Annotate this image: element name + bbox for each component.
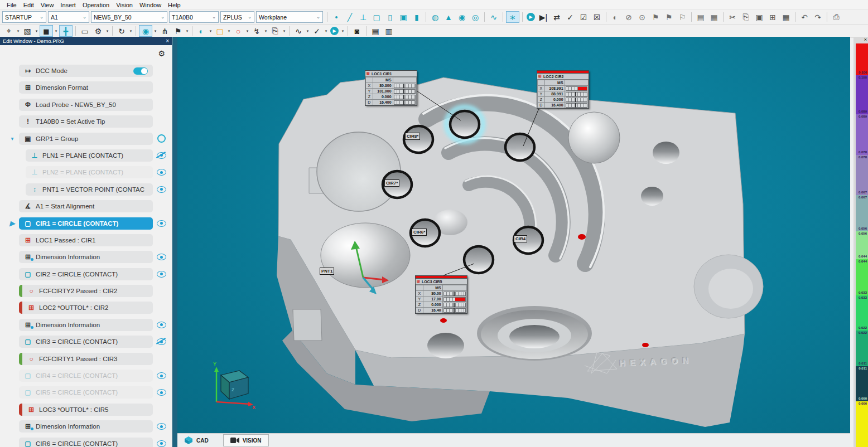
feature-tag-cir6[interactable]: CIR6* <box>412 229 427 236</box>
command-fcfcirty2[interactable]: ○ FCFCIRTY2 Passed : CIR2 <box>19 285 153 297</box>
feature-tag-cir7[interactable]: CIR7* <box>384 179 399 187</box>
feature-tag-cir8[interactable]: CIR8* <box>405 133 420 140</box>
command-cir4[interactable]: ▢ CIR4 = CIRCLE (CONTACT) <box>19 370 153 382</box>
command-start-alignment[interactable]: ∡ A1 = Start Alignment <box>19 200 153 212</box>
dropdown-caret-icon[interactable]: ▾ <box>153 29 158 33</box>
document-cancel-icon[interactable]: ☒ <box>591 12 603 23</box>
camera-icon[interactable]: ◙ <box>351 26 363 37</box>
visibility-eye-icon[interactable] <box>157 423 166 430</box>
copy-icon[interactable]: ⎘ <box>740 12 752 23</box>
dropdown-caret-icon[interactable]: ▾ <box>208 29 213 33</box>
graph-icon[interactable]: ↯ <box>250 26 263 37</box>
menu-help[interactable]: Help <box>165 1 184 9</box>
visibility-eye-icon[interactable] <box>157 372 166 379</box>
view-orientation-cube[interactable]: Y X Z <box>213 361 255 410</box>
bookmark-icon[interactable]: ⚑ <box>649 12 662 23</box>
visibility-circle-icon[interactable] <box>157 134 166 143</box>
command-pln2[interactable]: ⊥ PLN2 = PLANE (CONTACT) <box>26 166 153 178</box>
document-check-icon[interactable]: ☑ <box>577 12 590 23</box>
feature-tag-cir4[interactable]: CIR4 <box>514 235 527 242</box>
point-feature-icon[interactable]: • <box>330 12 343 23</box>
tolerance-circle-icon[interactable]: ○ <box>232 26 244 37</box>
mark-all-icon[interactable]: ✓ <box>564 12 576 23</box>
plane-feature-icon[interactable]: ⊥ <box>357 12 369 23</box>
tab-vision[interactable]: VISION <box>223 434 269 446</box>
path-points-icon[interactable]: ∿ <box>292 26 305 37</box>
paste-icon[interactable]: ▣ <box>753 12 765 23</box>
menu-file[interactable]: File <box>3 1 20 9</box>
notch-feature-icon[interactable]: ▮ <box>411 12 423 23</box>
command-dimension-info[interactable]: ⊞ Dimension Information <box>19 420 153 433</box>
command-loc3-outtol[interactable]: ⊞ LOC3 *OUTTOL* : CIR5 <box>19 404 153 416</box>
menu-window[interactable]: Window <box>136 1 165 9</box>
dropdown-caret-icon[interactable]: ▾ <box>305 29 310 33</box>
half-circle-icon[interactable]: ◐ <box>609 12 621 23</box>
command-group-grp1[interactable]: ▣ GRP1 = Group <box>19 133 153 145</box>
curve-feature-icon[interactable]: ∿ <box>488 12 500 23</box>
go-to-icon[interactable]: ⊙ <box>636 12 648 23</box>
slot-feature-icon[interactable]: ▯ <box>384 12 396 23</box>
auto-feature-icon[interactable]: ∗ <box>506 11 519 23</box>
visibility-eye-icon[interactable] <box>157 186 166 193</box>
torus-feature-icon[interactable]: ◎ <box>469 12 481 23</box>
rotate-view-icon[interactable]: ↻ <box>115 26 128 37</box>
visibility-eye-icon[interactable] <box>157 389 166 396</box>
probe-toolbox-icon[interactable]: ◉ <box>139 25 152 37</box>
visibility-eye-icon[interactable] <box>157 254 166 260</box>
startup-dropdown[interactable]: STARTUP⌄ <box>2 11 46 23</box>
grid-settings-icon[interactable]: ⊞ <box>766 12 779 23</box>
print-icon[interactable]: ⎙ <box>830 12 842 23</box>
redo-icon[interactable]: ↷ <box>812 12 824 23</box>
visibility-eye-icon[interactable] <box>157 322 166 328</box>
probe-mode-icon[interactable]: ⌖ <box>3 26 15 37</box>
branch-icon[interactable]: ⋔ <box>158 26 171 37</box>
command-cir6[interactable]: ▢ CIR6 = CIRCLE (CONTACT) <box>19 438 153 447</box>
verify-icon[interactable]: ✓ <box>311 26 323 37</box>
command-dimension-info[interactable]: ⊞ Dimension Information <box>19 251 153 263</box>
duplicate-icon[interactable]: ⎘ <box>269 26 281 37</box>
cone-feature-icon[interactable]: ▲ <box>442 12 455 23</box>
no-entry-icon[interactable]: ⊘ <box>623 12 635 23</box>
cad-viewport[interactable]: Y X Z CIR8* CIR7* CIR6* CIR4 PNT1 HEXAGO… <box>177 37 850 434</box>
bookmark-insert-icon[interactable]: ⚑ <box>663 12 675 23</box>
report-grid-icon[interactable]: ▦ <box>708 12 720 23</box>
dropdown-caret-icon[interactable]: ▾ <box>54 29 59 33</box>
circle-feature-icon[interactable]: ▢ <box>370 12 383 23</box>
menu-vision[interactable]: Vision <box>113 1 136 9</box>
expander-icon[interactable]: ▾ <box>6 135 19 142</box>
feature-tag-pnt1[interactable]: PNT1 <box>320 268 334 275</box>
optimize-path-icon[interactable]: ⚙ <box>92 26 104 37</box>
command-load-probe[interactable]: Φ Load Probe - NEW5_BY_50 <box>19 99 153 111</box>
command-dimension-format[interactable]: ⊞ Dimension Format <box>19 81 153 94</box>
command-cir1-selected[interactable]: ▢ CIR1 = CIRCLE (CONTACT) <box>19 217 153 230</box>
dropdown-caret-icon[interactable]: ▾ <box>282 29 287 33</box>
square-feature-icon[interactable]: ▣ <box>397 12 409 23</box>
command-pln1[interactable]: ⊥ PLN1 = PLANE (CONTACT) <box>26 149 153 162</box>
menu-edit[interactable]: Edit <box>20 1 37 9</box>
report-window-icon[interactable]: ▤ <box>369 26 382 37</box>
dropdown-caret-icon[interactable]: ▾ <box>128 29 133 33</box>
gear-icon[interactable]: ⚙ <box>158 49 165 58</box>
loop-icon[interactable]: ⇄ <box>551 12 563 23</box>
grid-icon[interactable]: ▦ <box>780 12 792 23</box>
command-dimension-info[interactable]: ⊞ Dimension Information <box>19 319 153 331</box>
command-pnt1[interactable]: ↕ PNT1 = VECTOR POINT (CONTAC <box>26 183 153 196</box>
cut-icon[interactable]: ✂ <box>726 12 739 23</box>
tab-cad[interactable]: CAD <box>177 435 215 446</box>
gage-icon[interactable]: ⚑ <box>172 26 184 37</box>
dimension-label-loc2[interactable]: ⊞ LOC2 CIR2 MS X108.991 Y88.991 Z0.000 D… <box>537 70 589 109</box>
dropdown-caret-icon[interactable]: ▾ <box>105 29 110 33</box>
probe-file-dropdown[interactable]: NEW5_BY_50⌄ <box>91 11 167 23</box>
visibility-eye-icon[interactable] <box>157 220 166 227</box>
close-icon[interactable]: × <box>166 38 169 44</box>
visibility-eye-off-icon[interactable] <box>157 152 166 159</box>
solid-cube-icon[interactable]: ◼ <box>40 25 53 37</box>
undo-icon[interactable]: ↶ <box>798 12 811 23</box>
dimension-label-loc1[interactable]: ⊞ LOC1 CIR1 MS X80.300 Y101.000 Z0.000 D… <box>365 70 417 106</box>
dropdown-caret-icon[interactable]: ▾ <box>263 29 268 33</box>
dcc-mode-toggle[interactable] <box>133 67 148 75</box>
menu-insert[interactable]: Insert <box>57 1 79 9</box>
menu-view[interactable]: View <box>37 1 57 9</box>
dropdown-caret-icon[interactable]: ▾ <box>185 29 190 33</box>
command-cir3[interactable]: ▢ CIR3 = CIRCLE (CONTACT) <box>19 336 153 348</box>
